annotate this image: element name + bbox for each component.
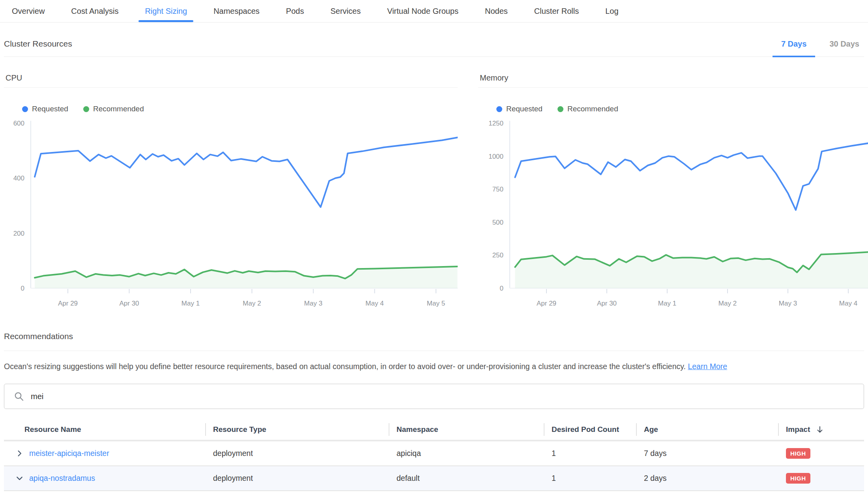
range-7-days-button[interactable]: 7 Days [781, 39, 807, 49]
tab-right-sizing[interactable]: Right Sizing [145, 0, 187, 22]
tab-nodes[interactable]: Nodes [485, 0, 508, 22]
resource-name-link[interactable]: meister-apiciqa-meister [29, 449, 109, 458]
recommended-dot-icon [83, 106, 89, 112]
y-axis-label: 500 [492, 219, 503, 226]
charts-row: CPU Requested Recommended 0200400600Apr … [4, 73, 864, 309]
y-axis-label: 1250 [488, 120, 503, 127]
x-axis-label: May 4 [365, 300, 383, 307]
impact-high-badge: HIGH [786, 473, 810, 484]
legend-requested: Requested [22, 105, 68, 113]
learn-more-link[interactable]: Learn More [688, 362, 727, 371]
namespace-cell: apiciqa [389, 441, 544, 465]
x-axis-label: May 2 [718, 300, 737, 307]
tab-overview[interactable]: Overview [12, 0, 45, 22]
y-axis-label: 0 [21, 285, 24, 292]
cpu-chart-legend: Requested Recommended [22, 104, 458, 114]
memory-chart-title: Memory [478, 73, 868, 88]
desired-pod-count-cell: 1 [544, 466, 636, 490]
y-axis-label: 0 [500, 285, 503, 292]
column-header-resource-type: Resource Type [205, 419, 389, 440]
time-range-toggle: 7 Days 30 Days [781, 39, 864, 49]
memory-chart-panel: Memory Requested Recommended 02505007501… [478, 73, 868, 309]
memory-line-chart: 025050075010001250Apr 29Apr 30May 1May 2… [478, 119, 868, 309]
tab-pods[interactable]: Pods [286, 0, 304, 22]
legend-recommended: Recommended [83, 105, 144, 113]
column-header-desired-pod-count: Desired Pod Count [544, 419, 636, 440]
x-axis-label: May 1 [181, 300, 200, 307]
legend-requested: Requested [496, 105, 542, 113]
y-axis-label: 250 [492, 251, 503, 259]
y-axis-label: 600 [13, 120, 24, 127]
legend-requested-label: Requested [32, 105, 68, 113]
tab-virtual-node-groups[interactable]: Virtual Node Groups [387, 0, 458, 22]
memory-chart-legend: Requested Recommended [496, 104, 868, 114]
recommendations-table: Resource Name Resource Type Namespace De… [4, 419, 864, 491]
search-box [4, 384, 864, 409]
chevron-down-icon[interactable] [15, 474, 24, 483]
x-axis-label: May 3 [779, 300, 797, 307]
age-cell: 7 days [636, 441, 778, 465]
y-axis-label: 200 [13, 230, 24, 237]
legend-requested-label: Requested [506, 105, 542, 113]
table-row[interactable]: apiqa-nostradamus deployment default 1 2… [4, 466, 864, 491]
tab-namespaces[interactable]: Namespaces [213, 0, 260, 22]
x-axis-label: May 5 [427, 300, 445, 307]
x-axis-label: May 1 [658, 300, 676, 307]
resource-type-cell: deployment [205, 466, 389, 490]
table-row[interactable]: meister-apiciqa-meister deployment apici… [4, 441, 864, 466]
top-nav-tabs: Overview Cost Analysis Right Sizing Name… [0, 0, 868, 23]
x-axis-label: Apr 29 [537, 300, 556, 307]
column-header-resource-name: Resource Name [4, 419, 205, 440]
namespace-cell: default [389, 466, 544, 490]
x-axis-label: Apr 30 [597, 300, 617, 307]
tab-services[interactable]: Services [330, 0, 361, 22]
legend-recommended: Recommended [557, 105, 618, 113]
range-30-days-button[interactable]: 30 Days [829, 39, 859, 49]
y-axis-label: 400 [13, 174, 24, 182]
table-header-row: Resource Name Resource Type Namespace De… [4, 419, 864, 441]
resource-type-cell: deployment [205, 441, 389, 465]
recommendations-description-text: Ocean's resizing suggestions will help y… [4, 362, 686, 371]
sort-desc-arrow-icon[interactable] [816, 425, 824, 434]
desired-pod-count-cell: 1 [544, 441, 636, 465]
legend-recommended-label: Recommended [567, 105, 618, 113]
search-input[interactable] [31, 392, 864, 401]
y-axis-label: 1000 [488, 153, 503, 160]
cpu-chart-title: CPU [4, 73, 458, 88]
y-axis-label: 750 [492, 186, 503, 193]
cpu-chart-panel: CPU Requested Recommended 0200400600Apr … [4, 73, 458, 309]
cluster-resources-title: Cluster Resources [4, 39, 72, 49]
cpu-line-chart: 0200400600Apr 29Apr 30May 1May 2May 3May… [4, 119, 458, 309]
impact-high-badge: HIGH [786, 448, 810, 459]
x-axis-label: Apr 30 [119, 300, 139, 307]
search-icon [14, 391, 24, 402]
x-axis-label: May 3 [304, 300, 322, 307]
tab-cost-analysis[interactable]: Cost Analysis [71, 0, 118, 22]
recommended-dot-icon [557, 106, 563, 112]
chevron-right-icon[interactable] [15, 449, 24, 458]
recommendations-header: Recommendations [4, 332, 864, 351]
column-header-age: Age [636, 419, 778, 440]
resource-name-link[interactable]: apiqa-nostradamus [29, 474, 95, 483]
tab-log[interactable]: Log [605, 0, 618, 22]
x-axis-label: May 2 [243, 300, 261, 307]
tab-cluster-rolls[interactable]: Cluster Rolls [534, 0, 579, 22]
recommendations-description: Ocean's resizing suggestions will help y… [4, 362, 864, 371]
requested-dot-icon [22, 106, 28, 112]
column-header-namespace: Namespace [389, 419, 544, 440]
column-header-impact-label: Impact [786, 425, 810, 434]
requested-dot-icon [496, 106, 502, 112]
age-cell: 2 days [636, 466, 778, 490]
x-axis-label: Apr 29 [58, 300, 78, 307]
legend-recommended-label: Recommended [93, 105, 144, 113]
cluster-resources-header: Cluster Resources 7 Days 30 Days [4, 39, 864, 57]
recommendations-title: Recommendations [4, 332, 864, 341]
x-axis-label: May 4 [839, 300, 857, 307]
column-header-impact[interactable]: Impact [778, 419, 864, 440]
